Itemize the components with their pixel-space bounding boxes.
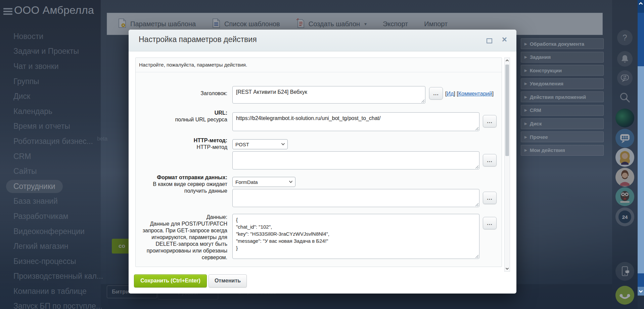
format-select[interactable]: FormData xyxy=(232,177,295,187)
intro-text: Настройте, пожалуйста, параметры действи… xyxy=(139,62,247,68)
url-label: URL:полный URL ресурса xyxy=(136,110,227,123)
scroll-down-icon[interactable] xyxy=(638,287,644,296)
title-links: [Ид] [Комментарий] xyxy=(445,91,494,97)
data-label: Данные:Данные для POST/PUT/PATCH запроса… xyxy=(136,214,227,261)
dialog-header: Настройка параметров действия × xyxy=(129,30,516,51)
format-select-box: FormData xyxy=(232,177,295,187)
close-icon[interactable]: × xyxy=(502,34,507,45)
comment-link[interactable]: Комментарий xyxy=(458,91,492,96)
data-field-wrap: { "chat_id": "102", "key": "HS33SIl0R-3r… xyxy=(232,214,479,259)
data-ellipsis-button[interactable]: ... xyxy=(483,217,497,229)
scrollbar-track-top[interactable] xyxy=(638,13,644,66)
title-ellipsis-button[interactable]: ... xyxy=(429,87,443,100)
scrollbar-track-bottom[interactable] xyxy=(638,273,644,287)
format-params-field-wrap xyxy=(232,189,479,207)
scrollbar-thumb[interactable] xyxy=(638,66,644,273)
method-params-field-wrap xyxy=(232,151,479,169)
method-params-field[interactable] xyxy=(232,151,479,169)
scroll-up-icon[interactable] xyxy=(638,0,644,13)
divider xyxy=(136,72,502,72)
data-field[interactable]: { "chat_id": "102", "key": "HS33SIl0R-3r… xyxy=(232,214,479,259)
url-ellipsis-button[interactable]: ... xyxy=(483,115,497,127)
url-field[interactable]: https://b24telegrambot.it-solution.ru/un… xyxy=(232,112,479,131)
dialog-title: Настройка параметров действия xyxy=(139,35,257,44)
action-settings-dialog: Настройка параметров действия × Настройт… xyxy=(129,30,516,294)
scrollbar-thumb[interactable] xyxy=(505,65,509,156)
minimize-icon[interactable] xyxy=(487,38,492,43)
title-label: Заголовок: xyxy=(136,90,227,97)
scroll-down-icon[interactable] xyxy=(505,266,510,271)
save-button[interactable]: Сохранить (Ctrl+Enter) xyxy=(134,274,207,287)
url-field-wrap: https://b24telegrambot.it-solution.ru/un… xyxy=(232,112,479,131)
http-method-select[interactable]: POST xyxy=(232,139,288,149)
dialog-scrollbar[interactable] xyxy=(504,57,510,272)
scroll-up-icon[interactable] xyxy=(505,58,510,63)
http-method-select-box: POST xyxy=(232,139,288,149)
title-field[interactable]: [REST Активити Б24] Вебхук xyxy=(232,86,425,104)
title-field-wrap: [REST Активити Б24] Вебхук xyxy=(232,86,425,104)
method-ellipsis-button[interactable]: ... xyxy=(483,154,497,166)
id-link[interactable]: Ид xyxy=(447,91,454,96)
page-scrollbar[interactable] xyxy=(638,0,644,309)
dialog-body: Настройте, пожалуйста, параметры действи… xyxy=(129,51,516,294)
http-method-label: HTTP-метод:HTTP-метод xyxy=(136,137,227,151)
cancel-button[interactable]: Отменить xyxy=(209,274,247,287)
form-panel: Настройте, пожалуйста, параметры действи… xyxy=(135,57,502,267)
format-ellipsis-button[interactable]: ... xyxy=(483,192,497,204)
format-label: Формат отправки данных:В каком виде серв… xyxy=(136,174,227,194)
format-params-field[interactable] xyxy=(232,189,479,207)
